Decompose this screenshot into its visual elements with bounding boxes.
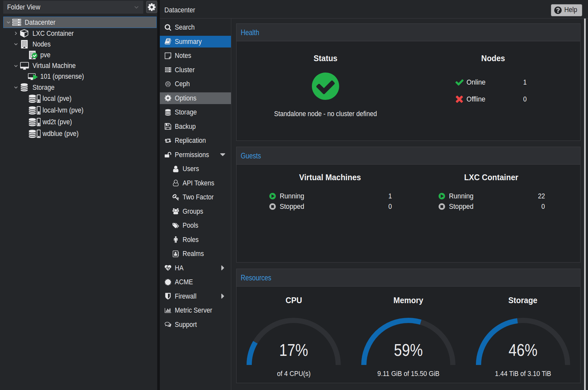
- menu-item-summary[interactable]: Summary: [160, 36, 231, 47]
- tree-item-nodes[interactable]: Nodes: [3, 39, 157, 49]
- tree-expander[interactable]: [12, 85, 20, 90]
- tree-expander[interactable]: [12, 31, 20, 36]
- menu-item-notes[interactable]: Notes: [160, 50, 231, 61]
- tree-item-wd2t-pve[interactable]: wd2t (pve): [3, 116, 157, 128]
- tree-item-icon: [28, 50, 38, 60]
- expander-open-icon[interactable]: [6, 20, 11, 25]
- tree-item-pve[interactable]: pve: [3, 49, 157, 60]
- tree-item-wdblue-pve[interactable]: wdblue (pve): [3, 128, 157, 140]
- certificate-icon: [165, 279, 171, 286]
- user-icon: [173, 166, 179, 172]
- help-button[interactable]: Help: [551, 4, 582, 16]
- status-row-icon: [268, 203, 277, 210]
- stop-circle-icon: [269, 203, 276, 210]
- tree-toolbar: Folder View: [3, 1, 157, 14]
- tree-item-label: 101 (opnsense): [40, 72, 84, 81]
- users-icon: [173, 208, 179, 215]
- times-icon: [456, 96, 463, 103]
- guests-panel: GuestsVirtual MachinesRunning1Stopped0LX…: [236, 147, 581, 262]
- gauge-title: CPU: [286, 295, 302, 305]
- status-row-value: 22: [538, 192, 545, 200]
- expander-open-icon[interactable]: [13, 63, 18, 68]
- tree-item-icon: [28, 129, 41, 138]
- tree-settings-button[interactable]: [146, 1, 157, 13]
- menu-item-cluster[interactable]: Cluster: [160, 64, 231, 76]
- tree-expander[interactable]: [12, 42, 20, 47]
- menu-item-metric-server[interactable]: Metric Server: [160, 304, 231, 316]
- floppy-icon: [165, 123, 171, 130]
- stop-circle-icon: [439, 203, 445, 210]
- menu-item-acme[interactable]: ACME: [160, 276, 231, 288]
- caret-down-icon: [220, 152, 225, 157]
- status-row-label: Stopped: [449, 202, 533, 211]
- status-row-running: Running22: [438, 191, 545, 201]
- check-icon: [455, 78, 464, 87]
- tree-item-icon: [20, 29, 31, 37]
- tree-item-label: Datacenter: [25, 18, 56, 27]
- database-icon: [165, 109, 171, 116]
- resources-panel: ResourcesCPU17%of 4 CPU(s)Memory59%9.11 …: [236, 269, 581, 383]
- menu-item-api-tokens[interactable]: API Tokens: [160, 177, 231, 189]
- status-row-icon: [455, 78, 464, 87]
- menu-item-realms[interactable]: Realms: [160, 248, 231, 260]
- tree-item-local-lvm-pve[interactable]: local-lvm (pve): [3, 104, 157, 116]
- menu-item-label: Support: [175, 320, 197, 329]
- tree-item-101-opnsense[interactable]: 101 (opnsense): [3, 71, 157, 82]
- tree-splitter[interactable]: [157, 0, 160, 390]
- menu-item-storage[interactable]: Storage: [160, 106, 231, 118]
- menu-item-ha[interactable]: HA: [160, 262, 231, 274]
- view-selector[interactable]: Folder View: [3, 1, 143, 14]
- menu-item-label: HA: [175, 264, 184, 272]
- vertical-scrollbar-thumb[interactable]: [584, 19, 586, 390]
- status-column-title: Status: [245, 53, 406, 63]
- menu-item-groups[interactable]: Groups: [160, 206, 231, 217]
- menu-item-users[interactable]: Users: [160, 163, 231, 175]
- health-panel-body: StatusStandalone node - no cluster defin…: [236, 41, 580, 141]
- status-row-offline: Offline0: [455, 93, 527, 106]
- tree-item-icon: [28, 94, 41, 103]
- expander-open-icon[interactable]: [13, 85, 18, 90]
- tree-item-label: local (pve): [43, 94, 71, 103]
- check-circle-icon: [312, 73, 339, 100]
- tree-expander[interactable]: [4, 20, 12, 25]
- tree-item-icon: [28, 106, 41, 115]
- expander-closed-icon[interactable]: [13, 31, 18, 36]
- database-icon: [20, 83, 28, 91]
- menu-item-options[interactable]: Options: [160, 92, 231, 104]
- gauge-percent: 46%: [482, 341, 564, 360]
- resources-panel-body: CPU17%of 4 CPU(s)Memory59%9.11 GiB of 15…: [236, 287, 580, 383]
- tree-item-lxc-container[interactable]: LXC Container: [3, 28, 157, 39]
- gauge-wrap: 46%: [476, 317, 570, 366]
- menu-item-icon: [173, 165, 179, 173]
- status-row-label: Offline: [467, 95, 518, 103]
- menu-item-roles[interactable]: Roles: [160, 234, 231, 246]
- tree-item-local-pve[interactable]: local (pve): [3, 93, 157, 104]
- menu-item-firewall[interactable]: Firewall: [160, 290, 231, 302]
- menu-item-label: Firewall: [175, 292, 197, 301]
- menu-item-icon: [165, 94, 171, 102]
- tree-item-virtual-machine[interactable]: Virtual Machine: [3, 61, 157, 71]
- menu-item-search[interactable]: Search: [160, 21, 231, 33]
- gauge-wrap: 59%: [361, 317, 456, 366]
- tree-expander[interactable]: [12, 63, 20, 68]
- menu-item-label: API Tokens: [183, 179, 214, 187]
- menu-item-support[interactable]: Support: [160, 319, 231, 330]
- play-circle-icon: [439, 193, 445, 199]
- menu-item-two-factor[interactable]: Two Factor: [160, 191, 231, 203]
- menu-item-backup[interactable]: Backup: [160, 121, 231, 132]
- help-button-label: Help: [564, 6, 577, 14]
- menu-item-ceph[interactable]: Ceph: [160, 78, 231, 90]
- app-root: Folder View DatacenterLXC ContainerNodes…: [0, 0, 588, 390]
- tags-icon: [173, 222, 179, 229]
- tree-item-storage[interactable]: Storage: [3, 82, 157, 93]
- view-selector-value: Folder View: [7, 3, 118, 11]
- tree-item-datacenter[interactable]: Datacenter: [3, 17, 157, 28]
- menu-item-replication[interactable]: Replication: [160, 135, 231, 146]
- guest-status-rows: Running22Stopped0: [438, 191, 545, 212]
- status-message: Standalone node - no cluster defined: [252, 110, 399, 118]
- menu-item-permissions[interactable]: Permissions: [160, 149, 231, 161]
- menu-item-label: Options: [175, 94, 197, 102]
- menu-item-icon: [165, 264, 171, 272]
- expander-open-icon[interactable]: [13, 42, 18, 47]
- menu-item-pools[interactable]: Pools: [160, 220, 231, 231]
